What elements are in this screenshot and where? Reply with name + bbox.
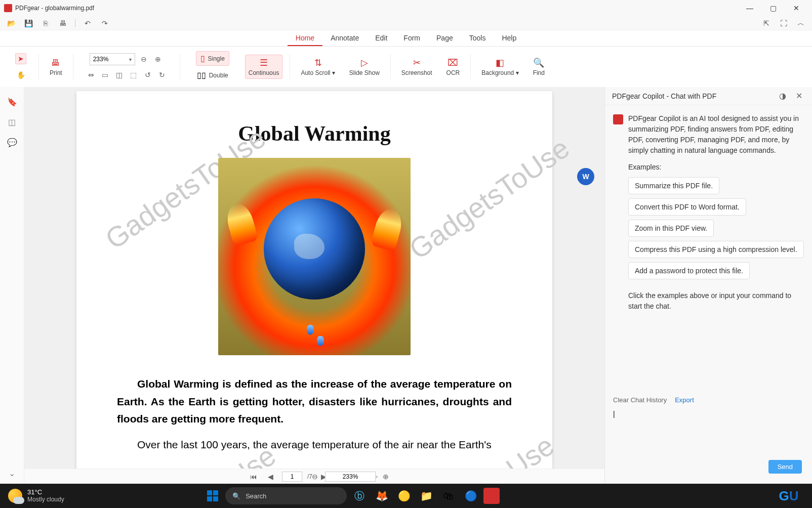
thumbnails-icon[interactable]: ◫ bbox=[7, 116, 18, 128]
rotate-left-icon[interactable]: ↺ bbox=[142, 69, 153, 80]
separator bbox=[75, 19, 75, 27]
search-placeholder: Search bbox=[246, 492, 266, 500]
brand-logo: GU bbox=[774, 486, 804, 506]
chevron-down-icon[interactable]: ⌄ bbox=[7, 468, 18, 479]
undo-icon[interactable]: ↶ bbox=[83, 18, 93, 28]
taskbar-search[interactable]: 🔍 Search bbox=[225, 487, 347, 504]
taskbar-app-files[interactable]: 📁 bbox=[417, 486, 436, 505]
separator bbox=[390, 54, 391, 79]
document-scroll[interactable]: W GadgetsToUse GadgetsToUse GadgetsToUse… bbox=[24, 87, 604, 469]
screenshot-button[interactable]: ✂ Screenshot bbox=[398, 55, 436, 79]
share-icon[interactable]: ⇱ bbox=[761, 18, 772, 28]
prev-page-icon[interactable]: ◀ bbox=[265, 471, 277, 483]
tab-bar: Home Annotate Edit Form Page Tools Help bbox=[0, 30, 812, 47]
actual-size-icon[interactable]: ◫ bbox=[114, 69, 125, 80]
tab-home[interactable]: Home bbox=[288, 31, 322, 46]
ocr-button[interactable]: ⌧ OCR bbox=[443, 55, 464, 79]
taskbar-app-bing[interactable]: ⓑ bbox=[350, 486, 369, 505]
separator bbox=[180, 54, 180, 79]
windows-logo-icon bbox=[207, 490, 218, 501]
zoom-out-footer-icon[interactable]: ⊖ bbox=[309, 471, 321, 483]
taskbar-app-firefox[interactable]: 🦊 bbox=[372, 486, 391, 505]
save-as-icon[interactable]: ⎘ bbox=[40, 18, 51, 28]
zoom-footer-display[interactable]: 233% bbox=[325, 472, 376, 482]
bookmark-icon[interactable]: 🔖 bbox=[7, 96, 18, 107]
para1-bold: Global Warming is defined as the increas… bbox=[117, 378, 512, 425]
close-button[interactable]: ✕ bbox=[785, 0, 808, 16]
copilot-input-area: | Send bbox=[605, 408, 812, 484]
redo-icon[interactable]: ↷ bbox=[100, 18, 110, 28]
tab-help[interactable]: Help bbox=[494, 31, 524, 46]
copilot-example-summarize[interactable]: Summarize this PDF file. bbox=[628, 177, 719, 194]
tab-tools[interactable]: Tools bbox=[461, 31, 494, 46]
document-body: Global Warming is defined as the increas… bbox=[117, 375, 512, 454]
titlebar: PDFgear - globalwarming.pdf ― ▢ ✕ bbox=[0, 0, 812, 16]
taskbar-app-store[interactable]: 🛍 bbox=[439, 486, 458, 505]
main-area: 🔖 ◫ 💬 ⌄ W GadgetsToUse GadgetsToUse Gadg… bbox=[0, 87, 812, 484]
save-icon[interactable]: 💾 bbox=[23, 18, 33, 28]
maximize-button[interactable]: ▢ bbox=[761, 0, 785, 16]
single-page-icon: ▯ bbox=[200, 54, 205, 63]
print-quick-icon[interactable]: 🖶 bbox=[58, 18, 68, 28]
autoscroll-icon: ⇅ bbox=[312, 57, 323, 68]
marquee-zoom-icon[interactable]: ⬚ bbox=[128, 69, 139, 80]
page-navigation: ⏮ ◀ /7 ▶ ⏭ ↩ ↪ ⊖ 233% ⊕ bbox=[24, 469, 604, 484]
copilot-close-icon[interactable]: ✕ bbox=[793, 90, 805, 102]
export-chat-link[interactable]: Export bbox=[675, 396, 694, 404]
zoom-in-icon[interactable]: ⊕ bbox=[152, 54, 164, 65]
fit-width-icon[interactable]: ⇔ bbox=[86, 69, 97, 80]
continuous-button[interactable]: ☰ Continuous bbox=[245, 55, 283, 79]
first-page-icon[interactable]: ⏮ bbox=[248, 471, 260, 483]
tab-page[interactable]: Page bbox=[428, 31, 461, 46]
ocr-icon: ⌧ bbox=[448, 57, 459, 68]
copilot-example-zoom[interactable]: Zoom in this PDF view. bbox=[628, 220, 714, 237]
tab-form[interactable]: Form bbox=[395, 31, 428, 46]
document-image bbox=[218, 158, 411, 355]
hand-tool-icon[interactable]: ✋ bbox=[15, 69, 26, 80]
background-button[interactable]: ◧ Background ▾ bbox=[478, 55, 522, 79]
minimize-button[interactable]: ― bbox=[738, 0, 761, 16]
taskbar-app-pdfgear[interactable] bbox=[483, 488, 500, 504]
comments-icon[interactable]: 💬 bbox=[7, 137, 18, 148]
taskbar-app-chrome[interactable]: 🟡 bbox=[394, 486, 414, 505]
slideshow-button[interactable]: ▷ Slide Show bbox=[346, 55, 383, 79]
left-sidebar: 🔖 ◫ 💬 ⌄ bbox=[0, 87, 24, 484]
separator bbox=[73, 54, 73, 79]
taskbar-app-edge[interactable]: 🔵 bbox=[461, 486, 480, 505]
copilot-settings-icon[interactable]: ◑ bbox=[777, 90, 789, 102]
pdf-page: GadgetsToUse GadgetsToUse GadgetsToUse G… bbox=[76, 91, 552, 469]
print-button[interactable]: 🖶 Print bbox=[46, 55, 66, 79]
weather-icon bbox=[8, 489, 22, 503]
print-icon: 🖶 bbox=[50, 57, 61, 68]
zoom-select[interactable]: 233% bbox=[90, 53, 135, 65]
clear-chat-link[interactable]: Clear Chat History bbox=[613, 396, 667, 404]
double-view-button[interactable]: ▯▯ Double bbox=[192, 68, 233, 82]
rotate-right-icon[interactable]: ↻ bbox=[156, 69, 168, 80]
copilot-title: PDFgear Copilot - Chat with PDF bbox=[612, 92, 773, 100]
copilot-intro-text: PDFgear Copilot is an AI tool designed t… bbox=[628, 113, 804, 156]
page-number-input[interactable] bbox=[282, 472, 302, 482]
zoom-out-icon[interactable]: ⊖ bbox=[138, 54, 149, 65]
fullscreen-icon[interactable]: ⛶ bbox=[779, 18, 789, 28]
find-button[interactable]: 🔍 Find bbox=[530, 55, 548, 79]
zoom-in-footer-icon[interactable]: ⊕ bbox=[380, 471, 392, 483]
collapse-ribbon-icon[interactable]: ︿ bbox=[796, 18, 806, 28]
watermark: GadgetsToUse bbox=[402, 132, 575, 266]
copilot-send-button[interactable]: Send bbox=[768, 460, 802, 474]
fit-page-icon[interactable]: ▭ bbox=[100, 69, 111, 80]
autoscroll-button[interactable]: ⇅ Auto Scroll ▾ bbox=[297, 55, 338, 79]
select-tool-icon[interactable]: ➤ bbox=[15, 53, 26, 64]
copilot-example-convert[interactable]: Convert this PDF to Word format. bbox=[628, 198, 746, 216]
slideshow-icon: ▷ bbox=[359, 57, 370, 68]
double-page-icon: ▯▯ bbox=[197, 70, 206, 80]
single-view-button[interactable]: ▯ Single bbox=[196, 51, 229, 66]
tab-annotate[interactable]: Annotate bbox=[322, 31, 367, 46]
tab-edit[interactable]: Edit bbox=[367, 31, 395, 46]
search-icon: 🔍 bbox=[533, 57, 544, 68]
copilot-example-compress[interactable]: Compress this PDF using a high compressi… bbox=[628, 241, 804, 258]
copilot-example-password[interactable]: Add a password to protect this file. bbox=[628, 262, 750, 279]
start-button[interactable] bbox=[203, 486, 222, 505]
convert-to-word-badge[interactable]: W bbox=[577, 168, 594, 185]
weather-widget[interactable]: 31°C Mostly cloudy bbox=[8, 489, 64, 503]
open-icon[interactable]: 📂 bbox=[6, 18, 16, 28]
